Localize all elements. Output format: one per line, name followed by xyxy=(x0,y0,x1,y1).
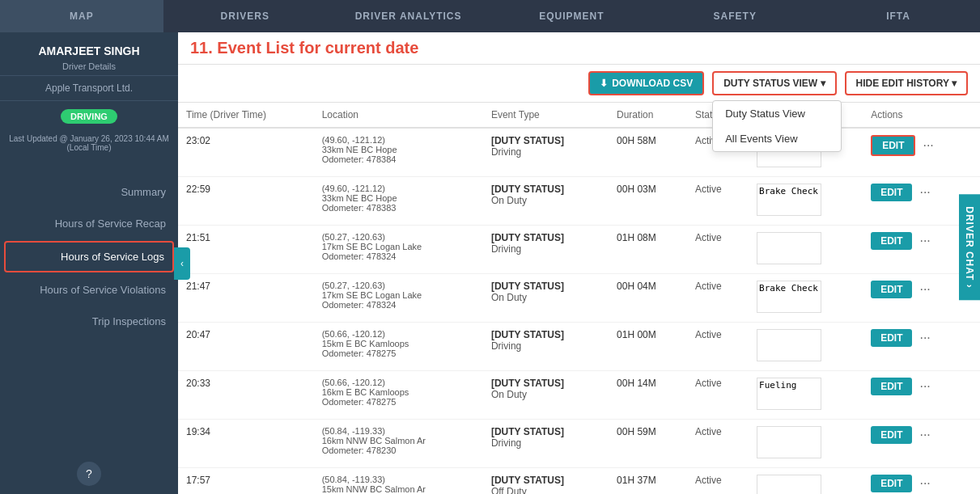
col-time: Time (Driver Time) xyxy=(178,103,314,128)
top-nav: MAP DRIVERS DRIVER ANALYTICS EQUIPMENT S… xyxy=(0,0,980,32)
cell-event-type: [DUTY STATUS]Driving xyxy=(483,420,609,468)
driver-note-textarea[interactable] xyxy=(757,329,821,361)
dropdown-item-all-events[interactable]: All Events View xyxy=(713,126,841,151)
status-badge: DRIVING xyxy=(61,109,117,124)
nav-item-safety[interactable]: SAFETY xyxy=(653,0,817,32)
cell-time: 22:59 xyxy=(178,177,314,226)
more-button[interactable]: ··· xyxy=(915,379,934,394)
cell-event-type: [DUTY STATUS]On Duty xyxy=(483,371,609,420)
more-button[interactable]: ··· xyxy=(915,331,934,345)
cell-status: Active xyxy=(687,468,749,495)
cell-duration: 00H 59M xyxy=(609,420,687,468)
cell-driver-note xyxy=(749,226,863,274)
instruction-title: 11. Event List for current date xyxy=(190,39,418,57)
more-button[interactable]: ··· xyxy=(915,234,934,248)
cell-event-type: [DUTY STATUS]Driving xyxy=(483,226,609,274)
driver-subtitle: Driver Details xyxy=(0,61,178,75)
nav-item-map[interactable]: MAP xyxy=(0,0,163,32)
edit-button[interactable]: EDIT xyxy=(871,475,912,492)
col-event-type: Event Type xyxy=(483,103,609,128)
driver-note-textarea[interactable] xyxy=(757,378,821,410)
table-row: 19:34(50.84, -119.33) 16km NNW BC Salmon… xyxy=(178,420,980,468)
driver-chat-button[interactable]: DRIVER CHAT › xyxy=(959,194,980,300)
table-row: 20:47(50.66, -120.12) 15km E BC Kamloops… xyxy=(178,323,980,371)
cell-location: (49.60, -121.12) 33km NE BC Hope Odomete… xyxy=(314,177,483,226)
col-actions: Actions xyxy=(863,103,980,128)
sidebar-item-logs[interactable]: Hours of Service Logs xyxy=(4,241,174,272)
nav-item-ifta[interactable]: IFTA xyxy=(817,0,980,32)
cell-driver-note xyxy=(749,468,863,495)
sidebar-item-inspections[interactable]: Trip Inspections xyxy=(0,306,178,337)
cell-time: 21:47 xyxy=(178,274,314,323)
download-csv-button[interactable]: ⬇ DOWNLOAD CSV xyxy=(588,71,704,95)
more-button[interactable]: ··· xyxy=(915,476,934,491)
edit-button[interactable]: EDIT xyxy=(871,135,915,156)
table-row: 17:57(50.84, -119.33) 15km NNW BC Salmon… xyxy=(178,468,980,495)
sidebar-item-recap[interactable]: Hours of Service Recap xyxy=(0,208,178,239)
cell-location: (49.60, -121.12) 33km NE BC Hope Odomete… xyxy=(314,128,483,177)
more-button[interactable]: ··· xyxy=(915,428,934,442)
driver-name: AMARJEET SINGH xyxy=(0,32,178,61)
sidebar-item-summary[interactable]: Summary xyxy=(0,176,178,208)
cell-driver-note xyxy=(749,371,863,420)
download-icon: ⬇ xyxy=(600,78,608,89)
dropdown-item-duty-status[interactable]: Duty Status View xyxy=(713,101,841,126)
cell-actions: EDIT··· xyxy=(863,323,980,371)
cell-driver-note xyxy=(749,420,863,468)
cell-location: (50.66, -120.12) 15km E BC Kamloops Odom… xyxy=(314,323,483,371)
content-area: 11. Event List for current date ⬇ DOWNLO… xyxy=(178,32,980,494)
cell-location: (50.27, -120.63) 17km SE BC Logan Lake O… xyxy=(314,226,483,274)
cell-actions: EDIT··· xyxy=(863,468,980,495)
cell-duration: 00H 14M xyxy=(609,371,687,420)
cell-duration: 00H 58M xyxy=(609,128,687,177)
driver-note-textarea[interactable] xyxy=(757,281,821,313)
col-location: Location xyxy=(314,103,483,128)
cell-duration: 01H 00M xyxy=(609,323,687,371)
more-button[interactable]: ··· xyxy=(918,138,937,153)
driver-note-textarea[interactable] xyxy=(757,232,821,264)
cell-actions: EDIT··· xyxy=(863,128,980,177)
cell-duration: 01H 37M xyxy=(609,468,687,495)
duty-status-view-button[interactable]: DUTY STATUS VIEW ▾ xyxy=(712,71,836,95)
edit-button[interactable]: EDIT xyxy=(871,378,912,395)
table-row: 23:02(49.60, -121.12) 33km NE BC Hope Od… xyxy=(178,128,980,177)
cell-time: 19:34 xyxy=(178,420,314,468)
duty-status-dropdown: Duty Status View All Events View xyxy=(712,100,842,152)
more-button[interactable]: ··· xyxy=(915,185,934,200)
edit-button[interactable]: EDIT xyxy=(871,281,912,298)
sidebar: AMARJEET SINGH Driver Details Apple Tran… xyxy=(0,32,178,494)
edit-button[interactable]: EDIT xyxy=(871,232,912,250)
cell-status: Active xyxy=(687,226,749,274)
cell-actions: EDIT··· xyxy=(863,371,980,420)
cell-location: (50.84, -119.33) 15km NNW BC Salmon Ar O… xyxy=(314,468,483,495)
sidebar-toggle[interactable]: ‹ xyxy=(174,247,190,280)
cell-location: (50.84, -119.33) 16km NNW BC Salmon Ar O… xyxy=(314,420,483,468)
table-row: 20:33(50.66, -120.12) 16km E BC Kamloops… xyxy=(178,371,980,420)
hide-edit-history-button[interactable]: HIDE EDIT HISTORY ▾ xyxy=(845,71,968,95)
events-table-container: Time (Driver Time) Location Event Type D… xyxy=(178,103,980,494)
driver-note-textarea[interactable] xyxy=(757,184,821,216)
cell-driver-note xyxy=(749,323,863,371)
more-button[interactable]: ··· xyxy=(915,282,934,297)
cell-status: Active xyxy=(687,274,749,323)
cell-location: (50.66, -120.12) 16km E BC Kamloops Odom… xyxy=(314,371,483,420)
cell-event-type: [DUTY STATUS]Off Duty xyxy=(483,468,609,495)
help-button[interactable]: ? xyxy=(77,462,101,486)
driver-note-textarea[interactable] xyxy=(757,475,821,494)
driver-note-textarea[interactable] xyxy=(757,426,821,458)
cell-time: 21:51 xyxy=(178,226,314,274)
nav-item-driver-analytics[interactable]: DRIVER ANALYTICS xyxy=(327,0,490,32)
events-table: Time (Driver Time) Location Event Type D… xyxy=(178,103,980,494)
table-row: 21:47(50.27, -120.63) 17km SE BC Logan L… xyxy=(178,274,980,323)
nav-item-equipment[interactable]: EQUIPMENT xyxy=(490,0,653,32)
last-updated: Last Updated @ January 26, 2023 10:44 AM… xyxy=(0,132,178,160)
company-name: Apple Transport Ltd. xyxy=(0,75,178,101)
cell-event-type: [DUTY STATUS]Driving xyxy=(483,323,609,371)
edit-button[interactable]: EDIT xyxy=(871,329,912,347)
sidebar-item-violations[interactable]: Hours of Service Violations xyxy=(0,274,178,306)
cell-driver-note xyxy=(749,274,863,323)
cell-time: 20:33 xyxy=(178,371,314,420)
edit-button[interactable]: EDIT xyxy=(871,184,912,201)
nav-item-drivers[interactable]: DRIVERS xyxy=(163,0,327,32)
edit-button[interactable]: EDIT xyxy=(871,426,912,444)
